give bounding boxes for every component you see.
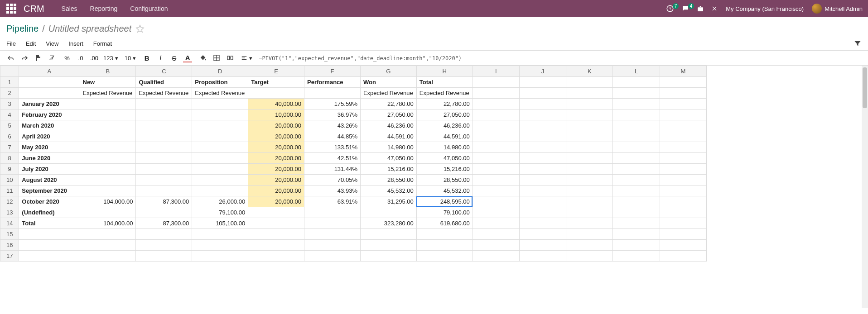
- cell-L11[interactable]: [613, 186, 660, 196]
- row-header-15[interactable]: 15: [0, 229, 19, 240]
- cell-K3[interactable]: [566, 99, 613, 109]
- cell-M17[interactable]: [660, 251, 706, 262]
- cell-K12[interactable]: [566, 196, 613, 207]
- cell-L5[interactable]: [613, 120, 660, 131]
- cell-J6[interactable]: [519, 131, 566, 142]
- nav-sales[interactable]: Sales: [55, 5, 84, 12]
- row-header-9[interactable]: 9: [0, 164, 19, 175]
- cell-G7[interactable]: 14,980.00: [360, 142, 416, 153]
- cell-J13[interactable]: [519, 207, 566, 218]
- cell-M5[interactable]: [660, 120, 706, 131]
- select-all-corner[interactable]: [0, 66, 19, 77]
- col-header-C[interactable]: C: [136, 66, 192, 77]
- cell-D6[interactable]: [192, 131, 248, 142]
- cell-D5[interactable]: [192, 120, 248, 131]
- cell-H12[interactable]: 248,595.00: [416, 196, 473, 207]
- cell-H16[interactable]: [416, 240, 473, 251]
- menu-file[interactable]: File: [6, 40, 16, 47]
- cell-G17[interactable]: [360, 251, 416, 262]
- cell-E5[interactable]: 20,000.00: [248, 120, 304, 131]
- cell-E11[interactable]: 20,000.00: [248, 186, 304, 196]
- cell-L14[interactable]: [613, 218, 660, 229]
- cell-D13[interactable]: 79,100.00: [192, 207, 248, 218]
- cell-I17[interactable]: [473, 251, 519, 262]
- cell-E3[interactable]: 40,000.00: [248, 99, 304, 109]
- cell-B16[interactable]: [80, 240, 136, 251]
- borders-icon[interactable]: [212, 53, 221, 62]
- close-icon[interactable]: [708, 5, 721, 12]
- cell-H17[interactable]: [416, 251, 473, 262]
- cell-J12[interactable]: [519, 196, 566, 207]
- cell-D12[interactable]: 26,000.00: [192, 196, 248, 207]
- cell-A3[interactable]: January 2020: [19, 99, 80, 109]
- cell-H10[interactable]: 28,550.00: [416, 175, 473, 186]
- filter-icon[interactable]: [854, 39, 862, 48]
- scrollbar-thumb[interactable]: [863, 67, 867, 108]
- cell-J15[interactable]: [519, 229, 566, 240]
- undo-icon[interactable]: [6, 53, 15, 62]
- cell-L3[interactable]: [613, 99, 660, 109]
- cell-M9[interactable]: [660, 164, 706, 175]
- cell-A8[interactable]: June 2020: [19, 153, 80, 164]
- cell-D15[interactable]: [192, 229, 248, 240]
- cell-H13[interactable]: 79,100.00: [416, 207, 473, 218]
- cell-D1[interactable]: Proposition: [192, 77, 248, 88]
- row-header-7[interactable]: 7: [0, 142, 19, 153]
- favorite-star-icon[interactable]: [135, 24, 145, 34]
- cell-D4[interactable]: [192, 109, 248, 120]
- cell-C4[interactable]: [136, 109, 192, 120]
- cell-E1[interactable]: Target: [248, 77, 304, 88]
- cell-L10[interactable]: [613, 175, 660, 186]
- cell-D8[interactable]: [192, 153, 248, 164]
- cell-C7[interactable]: [136, 142, 192, 153]
- cell-F5[interactable]: 43.26%: [304, 120, 361, 131]
- cell-L9[interactable]: [613, 164, 660, 175]
- cell-F1[interactable]: Performance: [304, 77, 361, 88]
- cell-K10[interactable]: [566, 175, 613, 186]
- cell-K8[interactable]: [566, 153, 613, 164]
- col-header-M[interactable]: M: [660, 66, 706, 77]
- cell-A4[interactable]: February 2020: [19, 109, 80, 120]
- cell-E6[interactable]: 20,000.00: [248, 131, 304, 142]
- cell-G15[interactable]: [360, 229, 416, 240]
- cell-I15[interactable]: [473, 229, 519, 240]
- col-header-L[interactable]: L: [613, 66, 660, 77]
- cell-F2[interactable]: [304, 88, 361, 99]
- cell-L15[interactable]: [613, 229, 660, 240]
- cell-I8[interactable]: [473, 153, 519, 164]
- cell-G9[interactable]: 15,216.00: [360, 164, 416, 175]
- row-header-16[interactable]: 16: [0, 240, 19, 251]
- cell-H6[interactable]: 44,591.00: [416, 131, 473, 142]
- cell-G2[interactable]: Expected Revenue: [360, 88, 416, 99]
- cell-L8[interactable]: [613, 153, 660, 164]
- cell-I12[interactable]: [473, 196, 519, 207]
- cell-C3[interactable]: [136, 99, 192, 109]
- cell-J4[interactable]: [519, 109, 566, 120]
- cell-C16[interactable]: [136, 240, 192, 251]
- row-header-8[interactable]: 8: [0, 153, 19, 164]
- cell-E7[interactable]: 20,000.00: [248, 142, 304, 153]
- cell-I9[interactable]: [473, 164, 519, 175]
- user-menu[interactable]: Mitchell Admin: [812, 4, 863, 14]
- cell-B12[interactable]: 104,000.00: [80, 196, 136, 207]
- cell-L17[interactable]: [613, 251, 660, 262]
- cell-J9[interactable]: [519, 164, 566, 175]
- cell-E13[interactable]: [248, 207, 304, 218]
- cell-K5[interactable]: [566, 120, 613, 131]
- cell-B5[interactable]: [80, 120, 136, 131]
- cell-G10[interactable]: 28,550.00: [360, 175, 416, 186]
- cell-M13[interactable]: [660, 207, 706, 218]
- cell-M10[interactable]: [660, 175, 706, 186]
- cell-C12[interactable]: 87,300.00: [136, 196, 192, 207]
- cell-B10[interactable]: [80, 175, 136, 186]
- row-header-5[interactable]: 5: [0, 120, 19, 131]
- cell-K13[interactable]: [566, 207, 613, 218]
- chat-icon[interactable]: 4: [678, 5, 693, 13]
- cell-C8[interactable]: [136, 153, 192, 164]
- cell-H14[interactable]: 619,680.00: [416, 218, 473, 229]
- menu-edit[interactable]: Edit: [26, 40, 36, 47]
- cell-C6[interactable]: [136, 131, 192, 142]
- row-header-17[interactable]: 17: [0, 251, 19, 262]
- paint-format-icon[interactable]: [34, 53, 43, 62]
- menu-format[interactable]: Format: [93, 40, 112, 47]
